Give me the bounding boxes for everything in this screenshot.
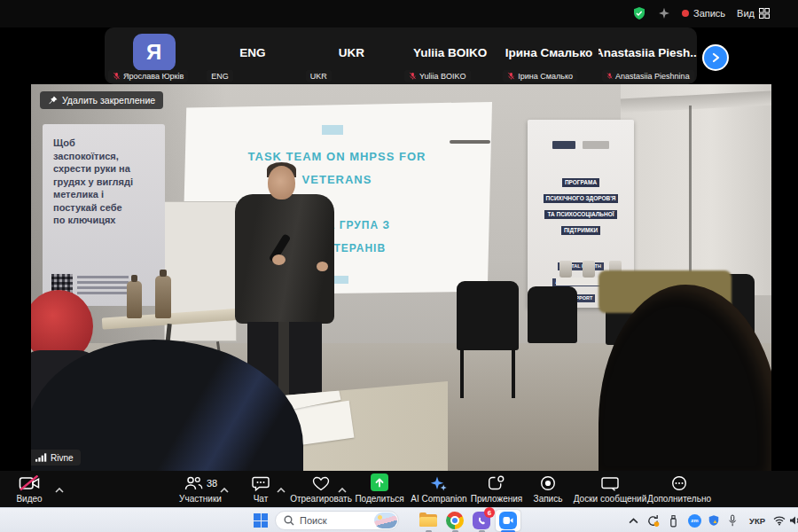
main-video-tile[interactable]: TASK TEAM ON MHPSS FOR VETERANS РОБОЧА Г… bbox=[31, 84, 771, 471]
usb-tray-icon[interactable] bbox=[669, 508, 677, 532]
react-options-chevron[interactable] bbox=[338, 481, 347, 497]
apps-icon bbox=[488, 475, 505, 491]
participant-tile[interactable]: Anastasiia Piesh... Anastasiia Pieshnina bbox=[598, 27, 697, 84]
participant-name-badge: Ярослава Юрків bbox=[108, 70, 188, 82]
scene-bottle bbox=[155, 276, 171, 318]
chrome-icon[interactable] bbox=[446, 512, 464, 529]
file-explorer-icon[interactable] bbox=[419, 512, 437, 529]
weather-widget-icon bbox=[374, 512, 397, 528]
view-label: Вид bbox=[737, 8, 755, 19]
participant-name-badge: ENG bbox=[207, 70, 233, 82]
location-label: Rivne bbox=[51, 453, 74, 463]
taskbar-search[interactable]: Поиск bbox=[275, 511, 399, 530]
slide-logo bbox=[322, 125, 343, 135]
chat-icon bbox=[252, 475, 270, 491]
scene-presenter-hand bbox=[272, 254, 286, 265]
mic-muted-icon bbox=[606, 72, 613, 80]
share-screen-icon bbox=[371, 473, 388, 491]
participant-tile[interactable]: Я Ярослава Юрків bbox=[105, 27, 203, 84]
participant-filmstrip: Я Ярослава Юрків ENG ENG UKR UKR Yuliia … bbox=[105, 27, 697, 84]
meeting-toolbar: Видео 38 Участники Чат Отреагировать bbox=[0, 471, 798, 507]
participants-count: 38 bbox=[207, 478, 217, 489]
search-placeholder: Поиск bbox=[300, 515, 326, 526]
toolbar-record-button[interactable]: Запись bbox=[525, 475, 571, 504]
toolbar-chat-button[interactable]: Чат bbox=[241, 475, 280, 504]
toolbar-more-button[interactable]: Дополнительно bbox=[645, 475, 713, 504]
participant-tile[interactable]: ENG ENG bbox=[203, 27, 301, 84]
zoom-meeting-window: Запись Вид Я Ярослава Юрків ENG ENG UKR … bbox=[0, 0, 798, 532]
toolbar-ai-companion-button[interactable]: AI Companion bbox=[410, 475, 468, 504]
windows-taskbar: Поиск 6 zm bbox=[0, 507, 798, 532]
ai-sparkle-icon bbox=[430, 475, 448, 491]
scene-door-frame-line bbox=[689, 106, 692, 295]
meeting-topbar: Запись Вид bbox=[0, 0, 798, 27]
ai-companion-topbar-icon[interactable] bbox=[658, 7, 670, 20]
sync-tray-icon[interactable] bbox=[646, 508, 660, 532]
viber-icon[interactable]: 6 bbox=[473, 512, 490, 529]
speaker-icon[interactable] bbox=[789, 508, 798, 532]
slide-title-line2: VETERANS bbox=[182, 173, 492, 186]
heart-icon bbox=[312, 475, 330, 491]
zoom-tray-icon[interactable]: zm bbox=[688, 508, 701, 532]
scene-cup bbox=[583, 261, 595, 278]
more-ellipsis-icon bbox=[671, 475, 687, 491]
chat-options-chevron[interactable] bbox=[277, 481, 286, 497]
signal-bars-icon bbox=[35, 453, 47, 462]
security-shield-icon[interactable] bbox=[632, 6, 646, 20]
mic-muted-icon bbox=[507, 72, 515, 80]
tray-expand-chevron[interactable] bbox=[629, 508, 638, 532]
scene-bottle bbox=[127, 281, 142, 318]
participants-icon bbox=[184, 476, 203, 490]
search-icon bbox=[284, 515, 294, 526]
participant-name-badge: UKR bbox=[306, 70, 332, 82]
banner-logos bbox=[528, 141, 634, 149]
toolbar-video-button[interactable]: Видео bbox=[4, 475, 55, 504]
slide-title-line1: TASK TEAM ON MHPSS FOR bbox=[182, 150, 492, 163]
scene-chair-legs bbox=[460, 348, 515, 398]
zoom-camera-glyph bbox=[499, 512, 517, 529]
location-badge: Rivne bbox=[31, 450, 81, 466]
scene-presenter-hand bbox=[317, 262, 328, 271]
recording-dot-icon bbox=[682, 10, 689, 17]
toolbar-apps-button[interactable]: Приложения bbox=[466, 475, 527, 504]
scene-door bbox=[621, 84, 771, 295]
mic-muted-icon bbox=[409, 72, 417, 80]
security-tray-icon[interactable] bbox=[708, 508, 720, 532]
toolbar-share-button[interactable]: Поделиться bbox=[351, 475, 408, 504]
wifi-icon[interactable] bbox=[773, 508, 786, 532]
grid-view-icon bbox=[759, 8, 770, 19]
toolbar-boards-button[interactable]: Доски сообщений bbox=[576, 475, 644, 504]
scene-chair bbox=[457, 281, 519, 350]
qr-caption-lines bbox=[77, 274, 129, 294]
scene-chair bbox=[528, 286, 577, 343]
camera-off-icon bbox=[19, 475, 40, 491]
participant-tile[interactable]: UKR UKR bbox=[302, 27, 401, 84]
mic-muted-icon bbox=[113, 72, 121, 80]
view-button[interactable]: Вид bbox=[737, 8, 770, 19]
participant-name-badge: Ірина Смалько bbox=[503, 70, 577, 82]
pin-icon bbox=[48, 96, 58, 106]
recording-indicator: Запись bbox=[682, 8, 725, 19]
zoom-app-icon[interactable] bbox=[496, 510, 520, 531]
unpin-label: Удалить закрепление bbox=[62, 95, 155, 106]
participants-options-chevron[interactable] bbox=[220, 481, 229, 497]
chevron-right-icon bbox=[704, 46, 727, 69]
participant-name-badge: Anastasiia Pieshnina bbox=[602, 70, 694, 82]
unpin-button[interactable]: Удалить закрепление bbox=[40, 91, 163, 109]
record-icon bbox=[540, 475, 556, 491]
language-indicator[interactable]: УКР bbox=[749, 508, 765, 532]
scene-cup bbox=[559, 261, 572, 278]
whiteboard-icon bbox=[601, 475, 619, 491]
avatar: Я bbox=[133, 34, 176, 71]
participant-tile[interactable]: Ірина Смалько Ірина Смалько bbox=[499, 27, 598, 84]
participant-tile[interactable]: Yuliia BOIKO Yuliia BOIKO bbox=[401, 27, 499, 84]
filmstrip-next-button[interactable] bbox=[702, 44, 729, 71]
viber-badge: 6 bbox=[484, 507, 495, 518]
video-options-chevron[interactable] bbox=[55, 481, 64, 497]
microphone-tray-icon[interactable] bbox=[728, 508, 737, 532]
scene-whiteboard-tray bbox=[450, 140, 490, 144]
scene-presenter-head bbox=[268, 166, 295, 200]
windows-start-button[interactable] bbox=[254, 513, 268, 528]
recording-label: Запись bbox=[693, 8, 725, 19]
participant-name-badge: Yuliia BOIKO bbox=[404, 70, 471, 82]
